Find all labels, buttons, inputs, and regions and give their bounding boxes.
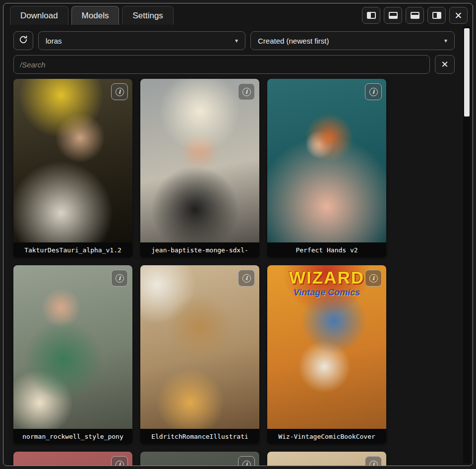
scrollbar-thumb[interactable]: [464, 28, 470, 117]
layout-dock-bottom-button[interactable]: [384, 7, 402, 24]
model-card[interactable]: i: [13, 452, 132, 466]
models-content: loras ▾ Created (newest first) ▾ ✕ i Tak…: [3, 25, 473, 466]
info-icon: i: [116, 88, 124, 96]
model-thumbnail: WIZARD Vintage Comics: [267, 265, 386, 429]
layout-dock-bottom-wide-icon: [411, 12, 419, 19]
tab-settings[interactable]: Settings: [122, 6, 173, 25]
model-card[interactable]: i: [267, 452, 386, 466]
model-name-label: jean-baptiste-monge-sdxl-: [140, 242, 259, 257]
model-name-label: norman_rockwell_style_pony: [13, 429, 132, 444]
refresh-icon: [18, 35, 28, 47]
scrollbar-track[interactable]: [463, 26, 471, 464]
model-info-button[interactable]: i: [111, 456, 128, 466]
model-type-value: loras: [46, 37, 62, 45]
info-icon: i: [369, 88, 378, 96]
model-info-button[interactable]: i: [365, 270, 382, 287]
sort-value: Created (newest first): [258, 37, 329, 45]
model-name-label: EldritchRomanceIllustrati: [140, 429, 259, 444]
tab-models-label: Models: [82, 11, 109, 21]
model-name-label: Wiz-VintageComicBookCover: [267, 429, 386, 444]
tab-download[interactable]: Download: [10, 6, 68, 25]
models-panel: Download Models Settings ✕: [3, 3, 473, 466]
model-info-button[interactable]: i: [111, 83, 128, 100]
sort-select[interactable]: Created (newest first) ▾: [250, 31, 455, 50]
window-controls: ✕: [362, 7, 468, 24]
layout-dock-bottom-icon: [389, 12, 398, 19]
info-icon: i: [116, 461, 124, 466]
model-card[interactable]: i Perfect Hands v2: [267, 79, 386, 257]
layout-dock-bottom-wide-button[interactable]: [406, 7, 424, 24]
model-card[interactable]: i: [140, 452, 259, 466]
model-info-button[interactable]: i: [238, 456, 255, 466]
info-icon: i: [369, 461, 378, 466]
model-info-button[interactable]: i: [238, 270, 255, 287]
model-thumbnail: [267, 79, 386, 242]
close-icon: ✕: [455, 10, 463, 21]
layout-split-right-icon: [432, 12, 441, 19]
layout-split-left-button[interactable]: [362, 7, 380, 24]
model-card[interactable]: i TakturDesTauri_alpha_v1.2: [13, 79, 132, 257]
model-info-button[interactable]: i: [111, 270, 128, 287]
model-thumbnail: [13, 265, 132, 429]
info-icon: i: [242, 88, 251, 96]
model-card[interactable]: i norman_rockwell_style_pony: [13, 265, 132, 444]
info-icon: i: [369, 274, 378, 283]
model-thumbnail: [140, 265, 259, 429]
info-icon: i: [242, 461, 251, 466]
model-thumbnail: [13, 79, 132, 242]
info-icon: i: [116, 274, 124, 283]
refresh-button[interactable]: [13, 31, 33, 50]
search-input[interactable]: [13, 55, 430, 74]
clear-search-button[interactable]: ✕: [435, 55, 455, 74]
model-thumbnail: [140, 79, 259, 242]
model-grid: i TakturDesTauri_alpha_v1.2 i jean-bapti…: [13, 79, 386, 466]
close-button[interactable]: ✕: [449, 7, 468, 24]
model-card[interactable]: WIZARD Vintage Comics i Wiz-VintageComic…: [267, 265, 386, 444]
toolbar: loras ▾ Created (newest first) ▾: [13, 31, 473, 50]
model-info-button[interactable]: i: [238, 83, 255, 100]
layout-split-left-icon: [367, 12, 376, 19]
layout-split-right-button[interactable]: [427, 7, 446, 24]
tab-models[interactable]: Models: [71, 6, 119, 25]
tab-settings-label: Settings: [132, 11, 163, 21]
thumbnail-overlay-subtitle: Vintage Comics: [267, 288, 386, 298]
model-type-select[interactable]: loras ▾: [38, 31, 245, 50]
tab-bar: Download Models Settings ✕: [3, 3, 473, 25]
model-info-button[interactable]: i: [365, 456, 382, 466]
model-info-button[interactable]: i: [365, 83, 382, 100]
model-card[interactable]: i EldritchRomanceIllustrati: [140, 265, 259, 444]
model-name-label: Perfect Hands v2: [267, 242, 386, 257]
chevron-down-icon: ▾: [439, 37, 447, 44]
tab-download-label: Download: [20, 11, 58, 21]
model-card[interactable]: i jean-baptiste-monge-sdxl-: [140, 79, 259, 257]
chevron-down-icon: ▾: [230, 37, 238, 44]
search-row: ✕: [13, 55, 473, 74]
clear-icon: ✕: [441, 59, 448, 70]
info-icon: i: [242, 274, 251, 283]
model-name-label: TakturDesTauri_alpha_v1.2: [13, 242, 132, 257]
